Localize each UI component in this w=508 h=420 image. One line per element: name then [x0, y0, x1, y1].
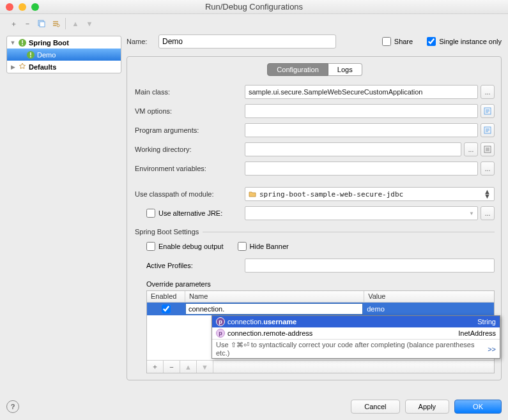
copy-config-icon[interactable] [35, 17, 49, 31]
titlebar: Run/Debug Configurations [0, 0, 508, 14]
completion-popup: p connection.username String p connectio… [212, 315, 500, 359]
insert-macro-button[interactable] [481, 142, 495, 156]
tree-label: Defaults [29, 63, 56, 71]
override-params-label: Override parameters [146, 280, 495, 288]
property-icon: p [216, 317, 225, 326]
tree-label: Demo [37, 51, 56, 59]
chevron-down-icon: ▼ [469, 211, 474, 216]
zoom-window-button[interactable] [31, 3, 39, 11]
cancel-button[interactable]: Cancel [351, 400, 399, 414]
minimize-window-button[interactable] [19, 3, 26, 11]
main-class-label: Main class: [135, 88, 245, 96]
svg-rect-1 [40, 22, 45, 27]
help-button[interactable]: ? [6, 400, 19, 413]
browse-env-button[interactable]: ... [481, 161, 495, 176]
move-down-icon[interactable]: ▼ [82, 17, 96, 31]
single-instance-checkbox[interactable]: Single instance only [427, 37, 502, 46]
add-config-icon[interactable]: ＋ [6, 17, 20, 31]
spring-boot-icon [18, 38, 27, 47]
spring-boot-icon [26, 50, 35, 59]
move-up-icon[interactable]: ▲ [68, 17, 82, 31]
active-profiles-input[interactable] [245, 259, 495, 273]
env-vars-input[interactable] [245, 161, 478, 176]
row-name-input[interactable] [185, 303, 363, 315]
col-name[interactable]: Name [185, 291, 364, 302]
tab-configuration[interactable]: Configuration [267, 63, 328, 76]
svg-point-6 [30, 56, 31, 57]
svg-point-4 [22, 44, 23, 45]
settings-icon[interactable] [49, 17, 63, 31]
hide-banner-checkbox[interactable]: Hide Banner [238, 242, 289, 251]
tree-node-demo[interactable]: Demo [7, 49, 121, 61]
alt-jre-select[interactable]: ▼ [245, 206, 478, 220]
remove-row-button[interactable]: − [164, 361, 180, 373]
classpath-module-select[interactable]: spring-boot-sample-web-secure-jdbc ▲▼ [245, 187, 495, 201]
working-dir-label: Working directory: [135, 146, 245, 153]
completion-item[interactable]: p connection.remote-address InetAddress [212, 327, 500, 339]
browse-main-class-button[interactable]: ... [481, 85, 495, 99]
col-value[interactable]: Value [364, 291, 494, 302]
module-icon [249, 190, 256, 198]
classpath-label: Use classpath of module: [135, 190, 245, 198]
close-window-button[interactable] [6, 3, 13, 11]
tree-node-defaults[interactable]: ▶ Defaults [7, 61, 121, 73]
active-profiles-label: Active Profiles: [146, 262, 245, 269]
expand-arrow-icon[interactable]: ▼ [10, 40, 16, 46]
move-row-up-button[interactable]: ▲ [180, 361, 197, 373]
main-class-input[interactable]: sample.ui.secure.SampleWebSecureCustomAp… [245, 85, 478, 99]
vm-options-input[interactable] [245, 104, 478, 118]
config-tree[interactable]: ▼ Spring Boot Demo ▶ Defaults [6, 36, 121, 73]
expand-args-button[interactable] [481, 123, 495, 137]
expand-vm-button[interactable] [481, 104, 495, 118]
alt-jre-checkbox[interactable]: Use alternative JRE: [146, 209, 245, 218]
property-icon: p [216, 329, 225, 338]
col-enabled[interactable]: Enabled [147, 291, 185, 302]
program-args-input[interactable] [245, 123, 478, 137]
working-dir-input[interactable] [245, 142, 461, 156]
completion-item[interactable]: p connection.username String [212, 316, 500, 327]
expand-arrow-icon[interactable]: ▶ [10, 64, 16, 70]
row-enabled-checkbox[interactable] [162, 304, 171, 313]
browse-wd-button[interactable]: ... [464, 142, 478, 156]
remove-config-icon[interactable]: − [20, 17, 35, 31]
row-value: demo [367, 305, 385, 313]
tree-node-spring-boot[interactable]: ▼ Spring Boot [7, 36, 121, 49]
env-vars-label: Environment variables: [135, 165, 245, 172]
browse-jre-button[interactable]: ... [481, 206, 495, 220]
spring-boot-settings-label: Spring Boot Settings [135, 228, 199, 236]
config-name-input[interactable] [158, 34, 336, 49]
move-row-down-button[interactable]: ▼ [197, 361, 213, 373]
updown-icon: ▲▼ [484, 190, 491, 199]
apply-button[interactable]: Apply [405, 400, 450, 414]
tab-logs[interactable]: Logs [328, 63, 362, 76]
override-params-table: Enabled Name Value demo p connecti [146, 290, 495, 373]
tree-label: Spring Boot [29, 39, 69, 47]
table-row[interactable]: demo [147, 303, 494, 315]
config-form: Configuration Logs Main class: sample.ui… [127, 56, 502, 380]
more-link[interactable]: >> [488, 345, 496, 353]
add-row-button[interactable]: ＋ [147, 361, 164, 373]
enable-debug-checkbox[interactable]: Enable debug output [146, 242, 224, 251]
name-label: Name: [127, 38, 153, 45]
defaults-icon [18, 63, 27, 71]
ok-button[interactable]: OK [454, 400, 502, 414]
share-checkbox[interactable]: Share [382, 37, 413, 46]
vm-options-label: VM options: [135, 107, 245, 115]
svg-point-2 [57, 24, 59, 27]
window-title: Run/Debug Configurations [0, 2, 508, 11]
left-toolbar: ＋ − ▲ ▼ [0, 14, 125, 33]
program-args-label: Program arguments: [135, 126, 245, 134]
completion-hint: Use ⇧⌘⏎ to syntactically correct your co… [212, 339, 500, 358]
